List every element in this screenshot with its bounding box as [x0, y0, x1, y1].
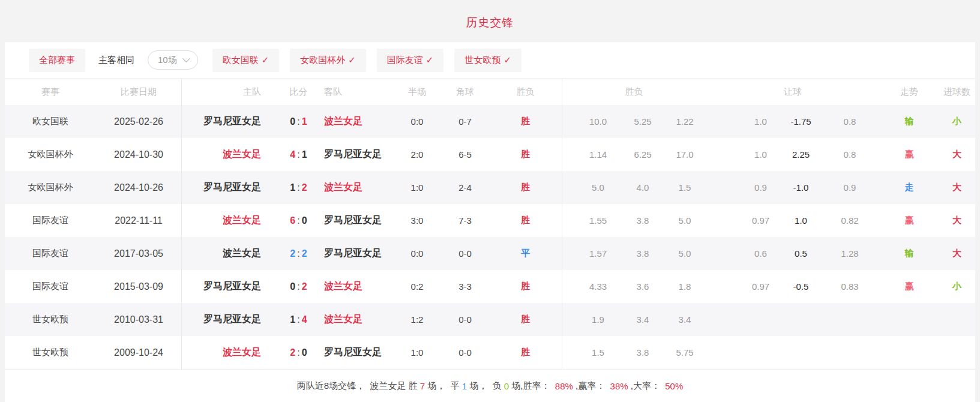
half-score-cell: 0:0 — [393, 105, 441, 138]
handicap-away-cell: 0.8 — [820, 138, 880, 171]
competition-chip-1[interactable]: 女欧国杯外✓ — [290, 49, 366, 72]
summary-segment: 50% — [665, 381, 683, 391]
trend-cell: 输 — [880, 105, 939, 138]
date-cell: 2017-03-05 — [96, 237, 182, 270]
header-score: 比分 — [273, 79, 324, 105]
summary-segment: 0 — [504, 381, 509, 391]
away-team-cell: 波兰女足 — [324, 105, 393, 138]
handicap-line-cell: 2.25 — [782, 138, 820, 171]
filter-all-competitions-button[interactable]: 全部赛事 — [29, 49, 85, 72]
table-row[interactable]: 欧女国联2025-02-26罗马尼亚女足0:1波兰女足0:00-7胜10.05.… — [5, 105, 975, 138]
away-goals: 2 — [302, 281, 307, 292]
away-goals: 4 — [302, 314, 307, 325]
league-cell: 女欧国杯外 — [5, 138, 96, 171]
check-icon: ✓ — [426, 55, 434, 65]
odds-win-cell: 10.0 — [562, 105, 622, 138]
header-home-team: 主队 — [182, 79, 273, 105]
match-count-dropdown[interactable]: 10场 — [148, 50, 198, 70]
table-row[interactable]: 女欧国杯外2024-10-30波兰女足4:1罗马尼亚女足2:06-5胜1.146… — [5, 138, 975, 171]
odds-lose-cell: 17.0 — [664, 138, 706, 171]
table-row[interactable]: 国际友谊2022-11-11波兰女足6:0罗马尼亚女足3:07-3胜1.553.… — [5, 204, 975, 237]
league-cell: 国际友谊 — [5, 237, 96, 270]
odds-lose-cell: 5.75 — [664, 336, 706, 369]
home-team-cell: 波兰女足 — [182, 237, 273, 270]
summary-segment: 平 — [451, 380, 462, 392]
summary-segment: 场， — [425, 380, 451, 392]
header-league: 赛事 — [5, 79, 96, 105]
goals-cell: 小 — [939, 105, 975, 138]
home-goals: 2 — [290, 347, 295, 358]
header-result: 胜负 — [489, 79, 562, 105]
half-score-cell: 1:0 — [393, 171, 441, 204]
handicap-away-cell: 0.8 — [820, 105, 880, 138]
table-row[interactable]: 国际友谊2015-03-09罗马尼亚女足0:2波兰女足0:23-3胜4.333.… — [5, 270, 975, 303]
filter-home-away-same[interactable]: 主客相同 — [98, 55, 134, 66]
table-row[interactable]: 世女欧预2009-10-24波兰女足2:0罗马尼亚女足1:00-0胜1.53.8… — [5, 336, 975, 369]
league-cell: 女欧国杯外 — [5, 171, 96, 204]
trend-cell: 赢 — [880, 204, 939, 237]
score-cell: 2:0 — [273, 336, 324, 369]
date-cell: 2024-10-30 — [96, 138, 182, 171]
league-cell: 国际友谊 — [5, 270, 96, 303]
home-team-cell: 波兰女足 — [182, 138, 273, 171]
odds-lose-cell: 1.22 — [664, 105, 706, 138]
date-cell: 2022-11-11 — [96, 204, 182, 237]
competition-chip-0[interactable]: 欧女国联✓ — [212, 49, 280, 72]
competition-chip-label: 欧女国联 — [223, 55, 259, 66]
odds-win-cell: 4.33 — [562, 270, 622, 303]
result-cell: 胜 — [489, 336, 562, 369]
away-goals: 0 — [302, 215, 307, 226]
competition-chip-2[interactable]: 国际友谊✓ — [377, 49, 444, 72]
odds-win-cell: 5.0 — [562, 171, 622, 204]
home-team-cell: 罗马尼亚女足 — [182, 171, 273, 204]
competition-chip-label: 世女欧预 — [464, 55, 501, 66]
score-cell: 1:4 — [273, 303, 324, 336]
title-band: 历史交锋 — [0, 0, 980, 42]
header-trend: 走势 — [880, 79, 939, 105]
trend-cell: 赢 — [880, 270, 939, 303]
away-goals: 1 — [302, 116, 307, 127]
table-body: 欧女国联2025-02-26罗马尼亚女足0:1波兰女足0:00-7胜10.05.… — [5, 105, 975, 369]
table-row[interactable]: 世女欧预2010-03-31罗马尼亚女足1:4波兰女足1:20-0胜1.93.4… — [5, 303, 975, 336]
result-cell: 胜 — [489, 204, 562, 237]
odds-win-cell: 1.5 — [562, 336, 622, 369]
score-cell: 1:2 — [273, 171, 324, 204]
handicap-home-cell: 1.0 — [706, 105, 782, 138]
date-cell: 2025-02-26 — [96, 105, 182, 138]
half-score-cell: 3:0 — [393, 204, 441, 237]
odds-lose-cell: 3.4 — [664, 303, 706, 336]
handicap-away-cell: 0.83 — [820, 270, 880, 303]
odds-win-cell: 1.57 — [562, 237, 622, 270]
away-goals: 2 — [302, 182, 307, 193]
league-cell: 国际友谊 — [5, 204, 96, 237]
header-win-draw-lose-odds: 胜负 — [562, 79, 706, 105]
home-goals: 4 — [290, 149, 295, 160]
away-team-cell: 波兰女足 — [324, 171, 393, 204]
odds-draw-cell: 3.8 — [622, 237, 664, 270]
table-row[interactable]: 女欧国杯外2024-10-26罗马尼亚女足1:2波兰女足1:02-4胜5.04.… — [5, 171, 975, 204]
summary-segment: ,赢率： — [573, 380, 610, 392]
score-separator: : — [297, 182, 299, 193]
competition-chip-3[interactable]: 世女欧预✓ — [454, 49, 522, 72]
score-separator: : — [297, 215, 299, 226]
score-separator: : — [297, 116, 299, 127]
handicap-away-cell: 0.9 — [820, 171, 880, 204]
trend-cell: 赢 — [880, 138, 939, 171]
date-cell: 2024-10-26 — [96, 171, 182, 204]
corner-cell: 2-4 — [441, 171, 489, 204]
handicap-line-cell: 1.0 — [782, 204, 820, 237]
table-row[interactable]: 国际友谊2017-03-05波兰女足2:2罗马尼亚女足0:00-0平1.573.… — [5, 237, 975, 270]
odds-lose-cell: 1.5 — [664, 171, 706, 204]
trend-cell: 输 — [880, 237, 939, 270]
handicap-away-cell — [820, 336, 880, 369]
odds-draw-cell: 3.8 — [622, 204, 664, 237]
goals-cell: 大 — [939, 237, 975, 270]
home-goals: 0 — [290, 116, 295, 127]
goals-cell: 大 — [939, 204, 975, 237]
summary-segment: 波兰女足 — [370, 380, 408, 392]
date-cell: 2010-03-31 — [96, 303, 182, 336]
away-goals: 0 — [302, 347, 307, 358]
trend-cell — [880, 303, 939, 336]
header-goals: 进球数 — [939, 79, 975, 105]
corner-cell: 0-7 — [441, 105, 489, 138]
